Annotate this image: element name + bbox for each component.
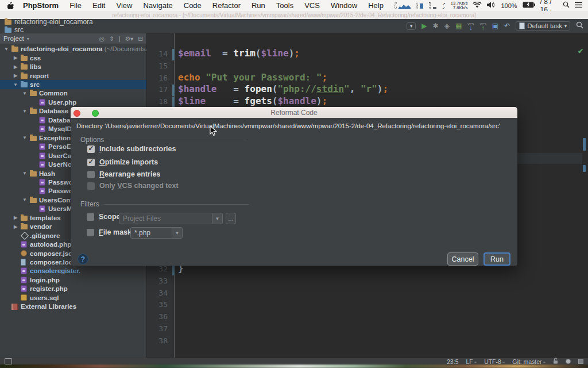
locate-icon[interactable]: ◎ bbox=[99, 35, 105, 42]
menu-vcs[interactable]: VCS bbox=[304, 1, 320, 10]
checkbox-optimize-imports[interactable] bbox=[87, 159, 95, 166]
menu-edit[interactable]: Edit bbox=[92, 1, 105, 10]
tree-item-register-php[interactable]: register.php bbox=[0, 285, 146, 293]
toolwindow-switcher-icon[interactable] bbox=[5, 358, 12, 365]
cpu-widget-icon[interactable]: CPU bbox=[394, 2, 411, 9]
coverage-button[interactable]: ◈ bbox=[444, 22, 450, 29]
tree-collapsed-arrow-icon[interactable]: ▶ bbox=[13, 73, 18, 78]
debug-button[interactable]: ✱ bbox=[433, 22, 439, 29]
tree-expanded-arrow-icon[interactable]: ▼ bbox=[22, 91, 28, 96]
code-line-16[interactable]: echo "Put your Password: "; bbox=[178, 72, 327, 83]
settings-icon[interactable]: ⚙▾ bbox=[125, 35, 134, 42]
tree-item-external-libraries[interactable]: External Libraries bbox=[0, 302, 146, 311]
run-settings-button[interactable]: ▦ bbox=[455, 22, 462, 29]
cancel-button[interactable]: Cancel bbox=[447, 252, 478, 266]
line-number[interactable]: 16 bbox=[147, 74, 168, 82]
zoom-window-button[interactable] bbox=[92, 110, 99, 117]
line-number[interactable]: 38 bbox=[147, 336, 168, 345]
apple-menu-icon[interactable] bbox=[7, 2, 14, 9]
menu-run[interactable]: Run bbox=[252, 1, 265, 10]
line-number[interactable]: 36 bbox=[147, 312, 168, 321]
scope-combobox[interactable]: Project Files ▼ bbox=[119, 213, 223, 224]
tree-item-libs[interactable]: ▶libs bbox=[0, 62, 146, 71]
menu-view[interactable]: View bbox=[116, 1, 132, 10]
vcs-update-button[interactable]: VCS↓ bbox=[467, 22, 474, 29]
menu-help[interactable]: Help bbox=[368, 1, 384, 10]
task-selector[interactable]: Default task▾ bbox=[516, 21, 570, 30]
run-button[interactable]: Run bbox=[483, 252, 510, 266]
tree-expanded-arrow-icon[interactable]: ▼ bbox=[22, 197, 28, 202]
hide-panel-icon[interactable]: ⊟ bbox=[138, 35, 143, 42]
tree-collapsed-arrow-icon[interactable]: ▶ bbox=[13, 224, 18, 229]
line-number[interactable]: 37 bbox=[147, 324, 168, 333]
battery-icon[interactable] bbox=[523, 1, 535, 10]
line-number[interactable]: 34 bbox=[147, 289, 168, 297]
menu-refactor[interactable]: Refactor bbox=[212, 1, 241, 10]
vcs-changes-button[interactable]: ▣ bbox=[492, 22, 498, 29]
chevron-down-icon[interactable]: ▼ bbox=[172, 228, 182, 238]
menu-phpstorm[interactable]: PhpStorm bbox=[23, 1, 59, 10]
tree-item-user-php[interactable]: User.php bbox=[0, 98, 146, 106]
file-mask-checkbox[interactable] bbox=[87, 229, 94, 236]
menu-window[interactable]: Window bbox=[331, 1, 357, 10]
line-number[interactable]: 17 bbox=[147, 85, 168, 94]
line-number[interactable]: 35 bbox=[147, 300, 168, 309]
encoding-widget[interactable]: UTF-8÷ bbox=[484, 358, 505, 365]
menu-navigate[interactable]: Navigate bbox=[143, 1, 172, 10]
dialog-title-bar[interactable]: Reformat Code bbox=[71, 107, 517, 118]
code-line-17[interactable]: $handle = fopen("php://stdin", "r"); bbox=[178, 83, 388, 94]
network-arrows-icon[interactable]: ↗↙ bbox=[442, 2, 446, 10]
tree-expanded-arrow-icon[interactable]: ▼ bbox=[3, 47, 9, 52]
network-speeds[interactable]: 13.7Kb/s 7.8Kb/s bbox=[451, 1, 468, 10]
tree-expanded-arrow-icon[interactable]: ▼ bbox=[13, 82, 18, 87]
line-number[interactable]: 32 bbox=[147, 264, 168, 273]
tree-item-src[interactable]: ▼src bbox=[0, 80, 146, 89]
chevron-down-icon[interactable]: ▼ bbox=[212, 213, 222, 224]
tree-collapsed-arrow-icon[interactable]: ▶ bbox=[13, 215, 18, 220]
tree-expanded-arrow-icon[interactable]: ▼ bbox=[22, 171, 28, 176]
breadcrumb-refactoring-eloi-rocamora[interactable]: refactoring-eloi_rocamora bbox=[5, 18, 93, 26]
close-window-button[interactable] bbox=[74, 110, 80, 117]
tree-item-css[interactable]: ▶css bbox=[0, 53, 146, 62]
error-stripe-mark[interactable] bbox=[583, 165, 586, 172]
line-number[interactable]: 14 bbox=[147, 49, 168, 58]
rollback-button[interactable]: ↶ bbox=[504, 22, 510, 29]
line-number[interactable]: 18 bbox=[147, 97, 168, 106]
search-everywhere-icon[interactable] bbox=[576, 21, 583, 31]
tree-collapsed-arrow-icon[interactable]: ▶ bbox=[13, 55, 18, 60]
help-button[interactable]: ? bbox=[78, 254, 88, 264]
status-square-icon[interactable] bbox=[578, 359, 583, 364]
tree-item-users-sql[interactable]: users.sql bbox=[0, 293, 146, 302]
caret-position[interactable]: 23:5 bbox=[447, 358, 458, 365]
tree-item-refactoring-eloi-rocamora[interactable]: ▼refactoring-eloi_rocamora (~/Documents/… bbox=[0, 45, 146, 53]
code-line-18[interactable]: $line = fgets($handle); bbox=[178, 95, 327, 106]
hector-inspection-icon[interactable] bbox=[566, 359, 571, 364]
tree-expanded-arrow-icon[interactable]: ▼ bbox=[22, 109, 28, 114]
tree-expanded-arrow-icon[interactable]: ▼ bbox=[22, 135, 28, 140]
disk-widget-icon[interactable]: DSK bbox=[416, 2, 424, 9]
scope-browse-button[interactable]: … bbox=[226, 213, 236, 224]
project-panel-header[interactable]: Project ▾ ◎⇕|⚙▾⊟ bbox=[0, 33, 146, 44]
tree-item-report[interactable]: ▶report bbox=[0, 71, 146, 80]
tree-item-common[interactable]: ▼Common bbox=[0, 89, 146, 98]
menu-code[interactable]: Code bbox=[184, 1, 202, 10]
wifi-icon[interactable] bbox=[473, 1, 482, 10]
line-separator-widget[interactable]: LF÷ bbox=[466, 358, 477, 365]
collapse-all-icon[interactable]: ⇕ bbox=[109, 35, 114, 42]
tree-item-consoleregister[interactable]: consoleregister. bbox=[0, 267, 146, 275]
error-stripe-mark[interactable] bbox=[583, 138, 586, 151]
checkbox-include-subdirectories[interactable] bbox=[87, 145, 95, 153]
spotlight-icon[interactable] bbox=[563, 1, 570, 10]
notification-center-icon[interactable] bbox=[575, 1, 582, 10]
vcs-commit-button[interactable]: VCS↑ bbox=[480, 22, 486, 29]
checkbox-rearrange-entries[interactable] bbox=[87, 171, 95, 178]
vcs-branch-widget[interactable]: Git: master÷ bbox=[512, 358, 546, 365]
run-button[interactable]: ▶ bbox=[421, 22, 427, 29]
inspection-status-icon[interactable]: ✔ bbox=[578, 47, 583, 55]
scope-checkbox[interactable] bbox=[87, 213, 94, 221]
tree-collapsed-arrow-icon[interactable]: ▶ bbox=[13, 64, 18, 70]
memory-widget-icon[interactable]: MEM bbox=[429, 2, 437, 9]
run-config-selector[interactable]: ▾ bbox=[407, 22, 416, 30]
line-number[interactable]: 15 bbox=[147, 62, 168, 70]
tree-item-login-php[interactable]: login.php bbox=[0, 275, 146, 284]
